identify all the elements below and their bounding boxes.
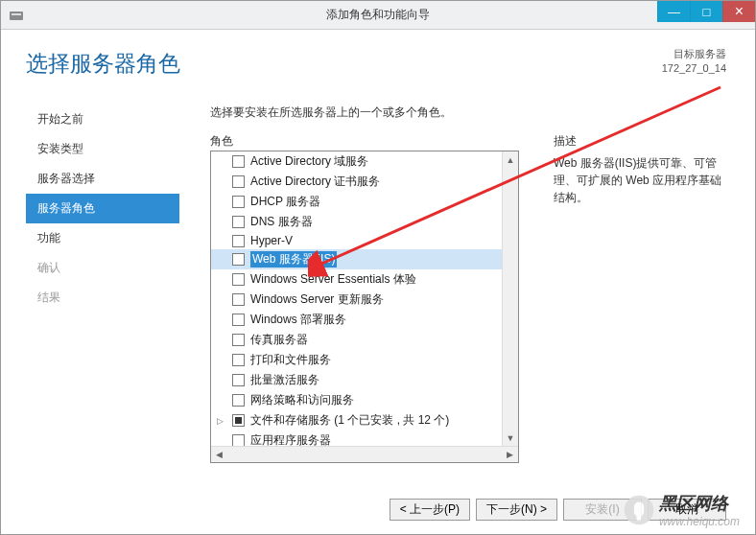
page-title: 选择服务器角色 <box>26 49 180 79</box>
horizontal-scrollbar[interactable]: ◀ ▶ <box>211 446 518 462</box>
role-label: Active Directory 证书服务 <box>250 174 380 190</box>
role-checkbox[interactable] <box>232 354 245 366</box>
role-checkbox[interactable] <box>232 235 245 247</box>
role-checkbox[interactable] <box>232 314 245 326</box>
role-label: 传真服务器 <box>250 332 308 348</box>
role-item[interactable]: Windows Server Essentials 体验 <box>211 269 502 290</box>
role-label: 打印和文件服务 <box>250 352 331 368</box>
sidebar-item-results: 结果 <box>26 283 179 313</box>
role-label: Web 服务器(IIS) <box>250 251 337 268</box>
role-label: 网络策略和访问服务 <box>250 392 354 408</box>
role-item[interactable]: Active Directory 域服务 <box>211 151 502 172</box>
scroll-up-arrow-icon[interactable]: ▲ <box>503 151 519 168</box>
wizard-buttons: < 上一步(P) 下一步(N) > 安装(I) 取消 <box>390 499 726 521</box>
role-item[interactable]: 网络策略和访问服务 <box>211 390 502 410</box>
role-checkbox[interactable] <box>232 394 245 407</box>
role-item[interactable]: ▷文件和存储服务 (1 个已安装 , 共 12 个) <box>211 410 502 430</box>
instruction-text: 选择要安装在所选服务器上的一个或多个角色。 <box>210 105 452 121</box>
window-controls: — □ × <box>657 1 755 22</box>
roles-label: 角色 <box>210 133 233 150</box>
role-checkbox[interactable] <box>232 374 245 386</box>
target-value: 172_27_0_14 <box>662 61 726 76</box>
role-label: 批量激活服务 <box>250 372 319 388</box>
role-checkbox[interactable] <box>232 155 245 168</box>
role-item[interactable]: 应用程序服务器 <box>211 430 502 446</box>
sidebar-item-install-type[interactable]: 安装类型 <box>26 134 179 164</box>
expander-icon[interactable]: ▷ <box>217 416 224 426</box>
sidebar-item-server-roles[interactable]: 服务器角色 <box>26 194 179 223</box>
wizard-window: 添加角色和功能向导 — □ × 选择服务器角色 目标服务器 172_27_0_1… <box>0 0 756 535</box>
cancel-button[interactable]: 取消 <box>648 499 726 521</box>
sidebar-item-confirm: 确认 <box>26 253 179 283</box>
role-label: Windows Server Essentials 体验 <box>250 271 416 288</box>
role-checkbox[interactable] <box>232 196 245 208</box>
previous-button[interactable]: < 上一步(P) <box>390 499 470 521</box>
role-item[interactable]: Active Directory 证书服务 <box>211 172 502 192</box>
titlebar: 添加角色和功能向导 — □ × <box>1 1 755 30</box>
scroll-left-arrow-icon[interactable]: ◀ <box>211 447 227 463</box>
role-checkbox[interactable] <box>232 216 245 228</box>
app-icon <box>9 8 24 23</box>
role-checkbox[interactable] <box>232 414 245 427</box>
role-checkbox[interactable] <box>232 253 245 266</box>
svg-rect-1 <box>12 13 21 15</box>
role-item[interactable]: 打印和文件服务 <box>211 350 502 370</box>
description-label: 描述 <box>554 133 577 150</box>
role-label: Windows 部署服务 <box>250 312 346 328</box>
role-label: Windows Server 更新服务 <box>250 291 384 308</box>
scroll-right-arrow-icon[interactable]: ▶ <box>502 447 518 463</box>
role-label: DNS 服务器 <box>250 214 313 230</box>
target-label: 目标服务器 <box>662 47 726 61</box>
roles-listbox: Active Directory 域服务Active Directory 证书服… <box>210 151 519 463</box>
role-item[interactable]: Hyper-V <box>211 232 502 249</box>
role-item[interactable]: 传真服务器 <box>211 330 502 350</box>
description-text: Web 服务器(IIS)提供可靠、可管理、可扩展的 Web 应用程序基础结构。 <box>554 154 726 206</box>
roles-scroll-area: Active Directory 域服务Active Directory 证书服… <box>211 151 518 446</box>
roles-list: Active Directory 域服务Active Directory 证书服… <box>211 151 502 446</box>
role-item[interactable]: Windows 部署服务 <box>211 310 502 330</box>
role-label: Hyper-V <box>250 234 293 247</box>
role-item[interactable]: Web 服务器(IIS) <box>211 249 502 269</box>
next-button[interactable]: 下一步(N) > <box>476 499 557 521</box>
role-checkbox[interactable] <box>232 175 245 188</box>
role-label: DHCP 服务器 <box>250 194 320 210</box>
wizard-sidebar: 开始之前 安装类型 服务器选择 服务器角色 功能 确认 结果 <box>26 105 179 313</box>
role-checkbox[interactable] <box>232 334 245 346</box>
role-checkbox[interactable] <box>232 273 245 286</box>
role-checkbox[interactable] <box>232 434 245 446</box>
role-item[interactable]: 批量激活服务 <box>211 370 502 390</box>
role-label: Active Directory 域服务 <box>250 153 368 170</box>
target-server-info: 目标服务器 172_27_0_14 <box>662 47 726 77</box>
svg-rect-0 <box>10 12 23 20</box>
close-button[interactable]: × <box>722 1 755 22</box>
content-area: 选择服务器角色 目标服务器 172_27_0_14 开始之前 安装类型 服务器选… <box>1 30 755 534</box>
minimize-button[interactable]: — <box>657 1 690 22</box>
vertical-scrollbar[interactable]: ▲ ▼ <box>502 151 518 446</box>
install-button: 安装(I) <box>563 499 642 521</box>
sidebar-item-features[interactable]: 功能 <box>26 223 179 253</box>
role-label: 应用程序服务器 <box>250 432 331 446</box>
role-item[interactable]: Windows Server 更新服务 <box>211 290 502 310</box>
role-label: 文件和存储服务 (1 个已安装 , 共 12 个) <box>250 412 449 429</box>
scroll-down-arrow-icon[interactable]: ▼ <box>503 430 519 446</box>
role-item[interactable]: DNS 服务器 <box>211 212 502 232</box>
maximize-button[interactable]: □ <box>690 1 722 22</box>
role-item[interactable]: DHCP 服务器 <box>211 192 502 212</box>
sidebar-item-server-select[interactable]: 服务器选择 <box>26 164 179 194</box>
role-checkbox[interactable] <box>232 293 245 306</box>
sidebar-item-before[interactable]: 开始之前 <box>26 105 179 134</box>
window-title: 添加角色和功能向导 <box>326 7 430 23</box>
